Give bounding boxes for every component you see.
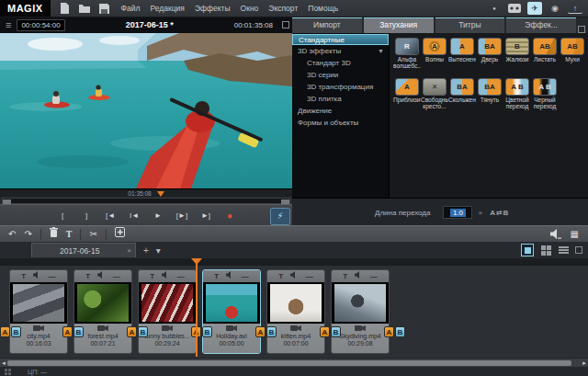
mark-in-button[interactable]: [ <box>52 209 73 222</box>
ab-b-button[interactable]: B <box>138 326 148 337</box>
transition-thumb[interactable]: BA <box>478 78 502 96</box>
scroll-right-icon[interactable]: ► <box>582 360 587 366</box>
ab-a-button[interactable]: A <box>320 326 330 337</box>
clip-more-icon[interactable]: — <box>370 270 378 282</box>
playback-range-bar[interactable] <box>0 197 292 204</box>
add-title-button[interactable]: T <box>66 226 73 243</box>
transition-thumb[interactable]: BA <box>450 78 474 96</box>
current-timecode[interactable]: 00:00:54:00 <box>17 19 64 31</box>
transition-thumb[interactable]: AB <box>560 38 584 55</box>
transition-thumb[interactable]: A <box>395 78 419 96</box>
storyboard-view-button[interactable] <box>521 244 534 256</box>
clip-audio-icon[interactable] <box>162 270 169 282</box>
travel-maps-icon[interactable]: ✈ <box>527 2 542 15</box>
tree-item-standard[interactable]: Стандартные <box>292 34 389 45</box>
open-project-icon[interactable] <box>78 3 91 14</box>
transition-thumb[interactable]: A B <box>533 78 557 96</box>
transition-black-fade[interactable]: A B Черный переход <box>531 78 559 119</box>
set-marker-button[interactable] <box>115 226 125 243</box>
transition-pull[interactable]: BA Тянуть <box>476 78 503 119</box>
redo-button[interactable]: ↷ <box>24 226 31 243</box>
ab-a-button[interactable]: A <box>62 326 73 337</box>
mixer-icon[interactable]: ▦ <box>571 226 579 243</box>
transition-ab-toggle[interactable]: A B <box>191 326 212 337</box>
mark-out-button[interactable]: ] <box>76 209 96 222</box>
playhead-marker-icon[interactable] <box>191 258 202 265</box>
clip-audio-icon[interactable] <box>97 270 105 282</box>
save-project-icon[interactable] <box>98 3 111 14</box>
menu-window[interactable]: Окно <box>241 0 259 17</box>
clip-city[interactable]: T — city.mp4 00:16:03 <box>9 269 68 354</box>
movie-list-dropdown-icon[interactable]: ▾ <box>156 245 161 256</box>
video-preview[interactable] <box>0 33 292 188</box>
clip-title-icon[interactable]: T <box>150 270 154 282</box>
upload-icon[interactable]: ↑ <box>568 3 582 14</box>
ab-a-button[interactable]: A <box>0 326 10 337</box>
transition-thumb[interactable]: R <box>395 38 419 55</box>
transition-ab-toggle[interactable]: A B <box>255 326 277 337</box>
transition-ab-toggle[interactable]: A B <box>0 326 21 337</box>
tab-titles[interactable]: Титры <box>435 17 505 33</box>
menu-edit[interactable]: Редакция <box>150 0 184 17</box>
tree-item-motion[interactable]: Движение <box>292 105 389 117</box>
tab-import[interactable]: Импорт <box>292 17 362 33</box>
clip-audio-icon[interactable] <box>226 270 233 282</box>
record-button[interactable]: ● <box>220 209 240 222</box>
tab-effects[interactable]: Эффек... <box>506 17 576 33</box>
ab-a-button[interactable]: A <box>384 326 394 337</box>
transition-wipe[interactable]: A Вытеснение <box>448 38 476 78</box>
ab-b-button[interactable]: B <box>202 326 212 337</box>
scrub-playhead-icon[interactable] <box>157 191 164 197</box>
transition-blinds[interactable]: B Жалюзи <box>503 38 531 78</box>
clip-holiday[interactable]: T — Holiday.avi 00:05:00 <box>202 269 261 354</box>
clip-audio-icon[interactable] <box>355 270 362 282</box>
clip-more-icon[interactable]: — <box>177 270 185 282</box>
chevron-down-icon[interactable]: ▼ <box>378 45 384 57</box>
detach-timeline-icon[interactable] <box>575 246 582 254</box>
playhead-line[interactable] <box>196 259 198 357</box>
clip-title-icon[interactable]: T <box>214 270 219 282</box>
clip-more-icon[interactable]: — <box>306 270 313 282</box>
transition-waves[interactable]: A Волны <box>421 38 448 78</box>
burn-disc-icon[interactable] <box>507 2 522 15</box>
ab-b-button[interactable]: B <box>395 326 405 337</box>
transition-thumb[interactable]: BA <box>478 38 502 55</box>
mute-audio-icon[interactable] <box>550 226 561 243</box>
store-icon[interactable]: ◉ <box>548 2 562 15</box>
transition-ab-toggle[interactable]: A B <box>62 326 84 337</box>
transition-page-turn[interactable]: AB Листать <box>531 38 559 78</box>
transition-thumb[interactable]: B <box>505 38 529 55</box>
transition-thumb[interactable]: A <box>450 38 474 55</box>
timeline-view-button[interactable] <box>558 245 569 256</box>
transition-flies[interactable]: AB Мухи <box>559 38 586 78</box>
transition-ab-toggle[interactable]: A B <box>384 326 405 337</box>
add-movie-button[interactable]: + <box>143 245 149 256</box>
clip-thumbnail[interactable] <box>332 282 389 324</box>
transition-free-cross[interactable]: ✕ Свободный кресто... <box>421 78 448 119</box>
clip-more-icon[interactable]: — <box>113 270 120 282</box>
scene-overview-button[interactable] <box>540 245 551 256</box>
play-button[interactable]: ► <box>148 209 168 222</box>
scrollbar-thumb[interactable] <box>7 360 571 366</box>
cut-button[interactable]: ✂ <box>89 226 96 243</box>
tree-item-3d-tile[interactable]: 3D плитка <box>292 93 389 105</box>
clip-thumbnail[interactable] <box>267 282 324 324</box>
clip-more-icon[interactable]: — <box>49 270 56 282</box>
tree-item-standard-3d[interactable]: Стандарт 3D <box>292 57 389 69</box>
clip-thumbnail[interactable] <box>203 282 260 324</box>
clip-title-icon[interactable]: T <box>85 270 90 282</box>
clip-title-icon[interactable]: T <box>343 270 347 282</box>
tree-item-shapes-objects[interactable]: Формы и объекты <box>292 117 389 129</box>
range-start-button[interactable]: [◄ <box>100 209 120 222</box>
ab-a-button[interactable]: A <box>127 326 137 337</box>
menu-export[interactable]: Экспорт <box>268 0 298 17</box>
transition-slide[interactable]: BA Скольжение <box>448 78 476 119</box>
transition-ab-toggle[interactable]: A B <box>127 326 148 337</box>
jump-end-button[interactable]: ►] <box>196 209 216 222</box>
tree-item-3d-effects[interactable]: 3D эффекты ▼ <box>292 45 389 57</box>
transition-ab-toggle[interactable]: A B <box>320 326 341 337</box>
jump-start-button[interactable]: I◄ <box>124 209 144 222</box>
clip-audio-icon[interactable] <box>33 270 40 282</box>
transition-thumb[interactable]: ✕ <box>423 78 447 96</box>
menu-file[interactable]: Файл <box>121 0 141 17</box>
